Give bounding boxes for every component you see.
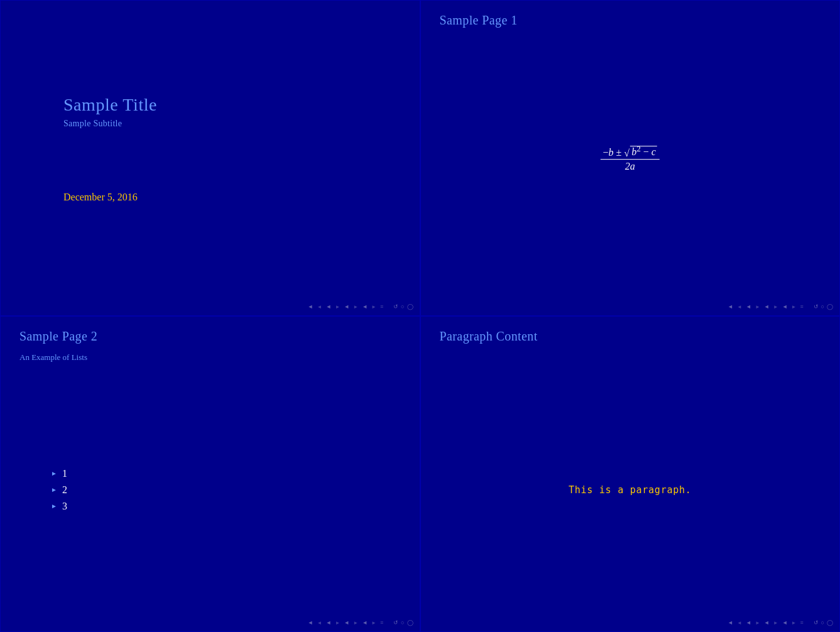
- nav-next-icon-4[interactable]: ◄: [782, 619, 788, 626]
- nav-refresh-icon[interactable]: ↺: [393, 303, 398, 310]
- list-text-2: 2: [62, 484, 67, 496]
- list-bullet-2: ►: [51, 486, 57, 493]
- math-fraction: −b ± √b2 − c 2a: [601, 144, 660, 173]
- slide-3-title: Sample Page 2: [19, 329, 97, 344]
- slide-4-content: Paragraph Content: [421, 317, 840, 613]
- list-bullet-1: ►: [51, 470, 57, 477]
- nav-search-icon-2[interactable]: ○: [821, 303, 824, 310]
- slide-1[interactable]: Sample Title Sample Subtitle December 5,…: [0, 0, 420, 316]
- nav-section-next-icon-2[interactable]: ◄: [764, 303, 770, 310]
- nav-refresh-icon-2[interactable]: ↺: [814, 303, 819, 310]
- nav-prev-icon-2[interactable]: ◄: [728, 303, 733, 310]
- nav-list-icon[interactable]: ≡: [380, 303, 383, 310]
- slide-2[interactable]: Sample Page 1 −b ± √b2 − c 2a ◄ ◄ ◄ ► ◄ …: [420, 0, 841, 316]
- nav-circle-icon-4[interactable]: ◯: [827, 619, 833, 626]
- nav-section-next-icon-3[interactable]: ◄: [344, 619, 349, 626]
- nav-search-icon[interactable]: ○: [401, 303, 404, 310]
- slide-2-nav: ◄ ◄ ◄ ► ◄ ► ◄ ► ≡ ↺ ○ ◯: [421, 298, 840, 315]
- list-item-2: ► 2: [51, 484, 67, 496]
- slide-4-nav: ◄ ◄ ◄ ► ◄ ► ◄ ► ≡ ↺ ○ ◯: [421, 614, 840, 631]
- nav-list-icon-2[interactable]: ≡: [800, 303, 803, 310]
- nav-prev-icon-4[interactable]: ◄: [728, 619, 733, 626]
- nav-list-icon-4[interactable]: ≡: [800, 619, 803, 626]
- list-bullet-3: ►: [51, 503, 57, 509]
- slide-3-subtitle: An Example of Lists: [19, 352, 87, 362]
- slide-3-nav: ◄ ◄ ◄ ► ◄ ► ◄ ► ≡ ↺ ○ ◯: [1, 614, 420, 631]
- nav-prev-icon[interactable]: ◄: [308, 303, 314, 310]
- list-item-1: ► 1: [51, 468, 67, 479]
- nav-section-next-icon-4[interactable]: ◄: [764, 619, 770, 626]
- nav-list-icon-3[interactable]: ≡: [380, 619, 383, 626]
- paragraph-text: This is a paragraph.: [569, 484, 692, 496]
- list-text-1: 1: [62, 468, 67, 479]
- list-item-3: ► 3: [51, 501, 67, 512]
- list-items: ► 1 ► 2 ► 3: [51, 468, 67, 512]
- nav-section-prev-icon-4[interactable]: ◄: [746, 619, 751, 626]
- slide-4-title: Paragraph Content: [440, 329, 538, 344]
- nav-search-icon-3[interactable]: ○: [401, 619, 404, 626]
- nav-prev-icon-3[interactable]: ◄: [308, 619, 314, 626]
- nav-next-icon[interactable]: ◄: [362, 303, 368, 310]
- slide-1-title: Sample Title: [63, 95, 157, 115]
- nav-refresh-icon-4[interactable]: ↺: [814, 619, 819, 626]
- slide-1-date: December 5, 2016: [63, 192, 138, 203]
- nav-section-prev-icon-2[interactable]: ◄: [746, 303, 751, 310]
- nav-circle-icon[interactable]: ◯: [407, 303, 413, 310]
- slide-1-content: Sample Title Sample Subtitle December 5,…: [1, 1, 420, 297]
- slide-1-subtitle: Sample Subtitle: [63, 119, 122, 129]
- math-denominator: 2a: [623, 160, 638, 172]
- slide-4[interactable]: Paragraph Content This is a paragraph. ◄…: [420, 316, 841, 632]
- math-numerator: −b ± √b2 − c: [601, 144, 660, 160]
- nav-section-next-icon[interactable]: ◄: [344, 303, 349, 310]
- nav-section-prev-icon-3[interactable]: ◄: [325, 619, 331, 626]
- nav-circle-icon-2[interactable]: ◯: [827, 303, 833, 310]
- nav-circle-icon-3[interactable]: ◯: [407, 619, 413, 626]
- slide-3-content: Sample Page 2 An Example of Lists: [1, 317, 420, 613]
- slide-1-nav: ◄ ◄ ◄ ► ◄ ► ◄ ► ≡ ↺ ○ ◯: [1, 298, 420, 315]
- nav-next-icon-2[interactable]: ◄: [782, 303, 788, 310]
- slide-3[interactable]: Sample Page 2 An Example of Lists ► 1 ► …: [0, 316, 420, 632]
- nav-section-prev-icon[interactable]: ◄: [325, 303, 331, 310]
- nav-search-icon-4[interactable]: ○: [821, 619, 824, 626]
- slide-2-title: Sample Page 1: [440, 13, 518, 28]
- math-formula: −b ± √b2 − c 2a: [601, 144, 660, 173]
- nav-refresh-icon-3[interactable]: ↺: [393, 619, 398, 626]
- nav-next-icon-3[interactable]: ◄: [362, 619, 368, 626]
- list-text-3: 3: [62, 501, 67, 512]
